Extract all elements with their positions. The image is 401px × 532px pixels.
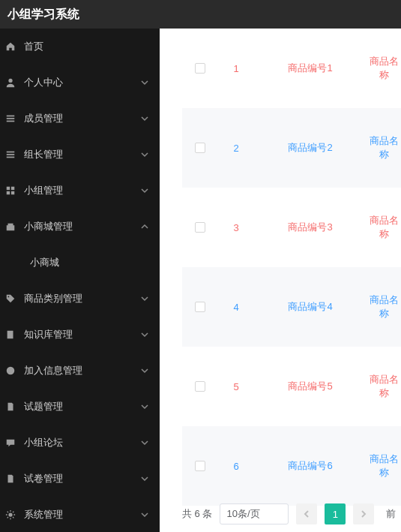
- sidebar-item-label: 加入信息管理: [24, 364, 140, 377]
- pagination-total: 共 6 条: [182, 507, 212, 521]
- chevron-up-icon: [140, 222, 149, 231]
- svg-point-11: [8, 296, 10, 298]
- chevron-down-icon: [140, 402, 149, 411]
- app-header: 小组学习系统: [0, 0, 401, 29]
- svg-rect-4: [7, 152, 15, 153]
- row-checkbox-cell: [182, 143, 218, 153]
- row-checkbox[interactable]: [195, 143, 205, 153]
- svg-rect-9: [7, 191, 10, 194]
- sidebar-item-forum[interactable]: 小组论坛: [0, 425, 160, 461]
- sidebar-item-label: 个人中心: [24, 76, 140, 89]
- list-icon: [4, 149, 16, 161]
- row-checkbox[interactable]: [195, 63, 205, 74]
- row-checkbox[interactable]: [195, 461, 205, 471]
- sidebar-item-label: 小商城: [30, 256, 149, 269]
- chevron-down-icon: [140, 474, 149, 483]
- tag-icon: [4, 293, 16, 305]
- doc-icon: [4, 401, 16, 413]
- sidebar-item-label: 首页: [24, 40, 149, 53]
- row-name[interactable]: 商品名称: [367, 214, 401, 241]
- sidebar-item-label: 试题管理: [24, 400, 140, 413]
- svg-rect-5: [7, 154, 15, 155]
- row-number: 6: [218, 461, 254, 472]
- main-content: 1商品编号1商品名称2商品编号2商品名称3商品编号3商品名称4商品编号4商品名称…: [160, 29, 401, 532]
- sidebar-item-personal[interactable]: 个人中心: [0, 65, 160, 101]
- sidebar: 首页个人中心成员管理组长管理小组管理小商城管理小商城商品类别管理知识库管理加入信…: [0, 29, 160, 532]
- row-checkbox[interactable]: [195, 222, 205, 233]
- row-code[interactable]: 商品编号5: [254, 380, 367, 393]
- sidebar-item-exam[interactable]: 试卷管理: [0, 461, 160, 497]
- sidebar-item-label: 小商城管理: [24, 220, 140, 233]
- svg-point-13: [8, 512, 12, 516]
- row-name[interactable]: 商品名称: [367, 55, 401, 82]
- sidebar-item-system[interactable]: 系统管理: [0, 497, 160, 532]
- svg-rect-7: [7, 187, 10, 190]
- home-icon: [4, 41, 16, 53]
- pagination-prev[interactable]: [296, 503, 317, 524]
- book-icon: [4, 329, 16, 341]
- svg-rect-3: [7, 121, 15, 122]
- sidebar-item-label: 小组论坛: [24, 436, 140, 449]
- row-name[interactable]: 商品名称: [367, 134, 401, 161]
- row-name[interactable]: 商品名称: [367, 373, 401, 400]
- table-row: 3商品编号3商品名称: [182, 188, 401, 267]
- sidebar-item-mall-mgr[interactable]: 小商城管理: [0, 209, 160, 245]
- chevron-down-icon: [140, 114, 149, 123]
- chevron-down-icon: [140, 330, 149, 339]
- sidebar-item-label: 知识库管理: [24, 328, 140, 341]
- pagination-next[interactable]: [353, 503, 374, 524]
- pagination-jump-label: 前: [386, 507, 396, 521]
- row-number: 2: [218, 143, 254, 154]
- row-name[interactable]: 商品名称: [367, 293, 401, 320]
- table-row: 5商品编号5商品名称: [182, 347, 401, 426]
- row-code[interactable]: 商品编号3: [254, 221, 367, 234]
- sidebar-item-group[interactable]: 小组管理: [0, 173, 160, 209]
- page-size-value: 10条/页: [226, 507, 259, 521]
- sidebar-item-label: 商品类别管理: [24, 292, 140, 305]
- svg-rect-1: [7, 116, 15, 117]
- sidebar-item-joininfo[interactable]: 加入信息管理: [0, 353, 160, 389]
- row-number: 3: [218, 222, 254, 233]
- sidebar-item-category[interactable]: 商品类别管理: [0, 281, 160, 317]
- chevron-down-icon: [140, 78, 149, 87]
- row-checkbox[interactable]: [195, 302, 205, 312]
- row-number: 4: [218, 302, 254, 313]
- grid-icon: [4, 185, 16, 197]
- sidebar-item-member[interactable]: 成员管理: [0, 101, 160, 137]
- row-checkbox[interactable]: [195, 381, 205, 392]
- data-table: 1商品编号1商品名称2商品编号2商品名称3商品编号3商品名称4商品编号4商品名称…: [182, 29, 401, 506]
- user-icon: [4, 77, 16, 89]
- chat-icon: [4, 437, 16, 449]
- row-code[interactable]: 商品编号6: [254, 459, 367, 473]
- row-name[interactable]: 商品名称: [367, 452, 401, 479]
- blank-icon: [10, 257, 22, 269]
- row-code[interactable]: 商品编号2: [254, 141, 367, 155]
- sidebar-item-home[interactable]: 首页: [0, 29, 160, 65]
- row-code[interactable]: 商品编号4: [254, 300, 367, 314]
- svg-point-0: [8, 79, 12, 83]
- sidebar-item-label: 组长管理: [24, 148, 140, 161]
- shop-icon: [4, 221, 16, 233]
- sidebar-item-leader[interactable]: 组长管理: [0, 137, 160, 173]
- sidebar-item-question[interactable]: 试题管理: [0, 389, 160, 425]
- sidebar-item-label: 试卷管理: [24, 472, 140, 485]
- table-row: 6商品编号6商品名称: [182, 426, 401, 506]
- sidebar-item-mall[interactable]: 小商城: [0, 245, 160, 281]
- table-row: 2商品编号2商品名称: [182, 108, 401, 188]
- chevron-down-icon: [140, 438, 149, 447]
- sidebar-item-knowledge[interactable]: 知识库管理: [0, 317, 160, 353]
- table-row: 1商品编号1商品名称: [182, 29, 401, 108]
- doc-icon: [4, 473, 16, 485]
- row-code[interactable]: 商品编号1: [254, 62, 367, 75]
- pagination-page-1[interactable]: 1: [325, 503, 346, 524]
- app-title: 小组学习系统: [7, 7, 79, 23]
- sidebar-item-label: 成员管理: [24, 112, 140, 125]
- table-row: 4商品编号4商品名称: [182, 267, 401, 347]
- page-size-select[interactable]: 10条/页: [220, 503, 289, 524]
- svg-rect-6: [7, 157, 15, 158]
- chevron-down-icon: [140, 510, 149, 519]
- row-checkbox-cell: [182, 461, 218, 471]
- chevron-down-icon: [140, 366, 149, 375]
- svg-point-12: [7, 367, 15, 375]
- svg-rect-8: [11, 187, 14, 190]
